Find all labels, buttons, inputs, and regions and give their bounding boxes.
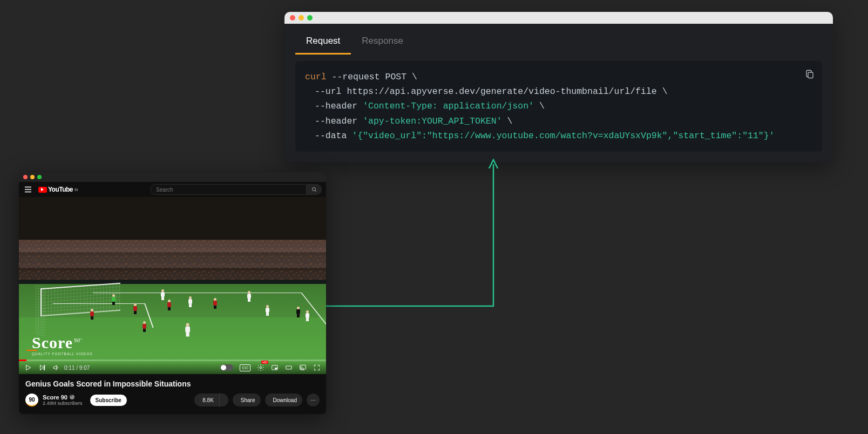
player-defender [90,309,95,320]
player-defender [212,298,218,309]
code-string: '{"video_url":"https://www.youtube.com/w… [352,131,774,141]
cast-icon[interactable] [299,364,307,371]
timecode: 0:11 / 9:07 [64,365,90,371]
share-label: Share [241,397,255,403]
player-attacker [184,323,191,337]
six-yard-line [53,303,153,328]
api-tabs: Request Response [284,24,833,55]
youtube-logo[interactable]: YouTube IN [38,186,78,193]
goalkeeper [111,294,117,305]
minimize-icon[interactable] [299,15,304,21]
player-attacker [265,305,270,316]
theater-icon[interactable] [285,364,293,371]
code-line-4: --header 'apy-token:YOUR_API_TOKEN' \ [305,114,812,128]
fullscreen-icon[interactable] [313,364,321,371]
code-value: POST [385,72,407,82]
copy-icon[interactable] [805,69,815,79]
code-backslash: \ [539,101,545,111]
play-icon[interactable] [24,364,32,371]
player-attacker [188,296,193,307]
logo-region: IN [74,188,78,192]
download-label: Download [273,397,297,403]
download-button[interactable]: Download [265,394,302,406]
video-title: Genius Goals Scored in Impossible Situat… [25,379,320,388]
hamburger-icon[interactable] [23,185,33,194]
video-actions: 8.8K Share Download ⋯ [194,394,320,406]
code-line-5: --data '{"video_url":"https://www.youtub… [305,128,812,143]
search-bar [150,184,322,195]
search-button[interactable] [307,184,322,195]
player-defender [142,321,147,332]
player-attacker [160,289,166,300]
miniplayer-icon[interactable] [271,364,279,371]
player-attacker [246,291,252,302]
code-line-2: --url https://api.apyverse.dev/generate/… [305,84,812,99]
player-controls: 0:11 / 9:07 CC HD [19,361,326,374]
player-defender [133,303,138,314]
share-button[interactable]: Share [233,394,261,406]
code-string: 'apy-token:YOUR_API_TOKEN' [363,116,501,126]
code-line-1: curl --request POST \ [305,70,812,84]
code-flag: --request [332,72,380,82]
verified-icon [70,395,74,399]
maximize-icon[interactable] [37,175,42,179]
like-count: 8.8K [202,397,214,403]
svg-rect-6 [300,365,306,369]
svg-rect-0 [808,72,813,78]
hd-badge: HD [261,361,268,364]
code-backslash: \ [412,72,417,82]
logo-text: YouTube [48,186,73,193]
youtube-window: YouTube IN Score90' [19,172,326,414]
code-flag: --header [315,116,357,126]
minimize-icon[interactable] [30,175,35,179]
referee [295,307,301,317]
search-input[interactable] [150,184,307,195]
subscribe-button[interactable]: Subscribe [90,395,127,406]
api-request-window: Request Response curl --request POST \ -… [284,12,833,162]
play-icon [38,187,47,193]
video-meta: Genius Goals Scored in Impossible Situat… [19,374,326,414]
player-attacker [304,310,310,321]
more-button[interactable]: ⋯ [307,394,320,406]
autoplay-toggle[interactable] [220,364,233,371]
code-cmd: curl [305,72,327,82]
code-flag: --url [315,86,342,97]
watermark-brand: Score90' [32,334,93,352]
svg-rect-4 [275,368,277,369]
like-button[interactable]: 8.8K [194,394,220,406]
channel-info: Score 90 2.49M subscribers [43,394,83,406]
captions-icon[interactable]: CC [240,364,250,371]
code-value: https://api.apyverse.dev/generate/video-… [347,86,656,97]
dislike-button[interactable] [220,394,228,406]
channel-row: 90 Score 90 2.49M subscribers Subscribe … [25,394,320,406]
svg-point-2 [260,367,262,369]
tab-response[interactable]: Response [351,31,414,55]
code-block: curl --request POST \ --url https://api.… [295,61,822,152]
ad-banner [19,280,326,284]
channel-name[interactable]: Score 90 [43,394,83,401]
channel-avatar[interactable]: 90 [25,394,38,406]
tab-request[interactable]: Request [295,31,351,55]
code-backslash: \ [507,116,512,126]
next-icon[interactable] [38,364,46,371]
crowd [19,240,326,280]
video-player[interactable]: Score90' QUALITY FOOTBALL VIDEOS 0:11 / … [19,197,326,374]
connector-arrow [326,158,504,314]
player-defender [166,300,172,310]
close-icon[interactable] [23,175,28,179]
code-string: 'Content-Type: application/json' [363,101,534,111]
maximize-icon[interactable] [307,15,313,21]
channel-watermark: Score90' QUALITY FOOTBALL VIDEOS [32,334,93,356]
window-titlebar [19,172,326,182]
settings-icon[interactable]: HD [257,364,265,371]
close-icon[interactable] [290,15,295,21]
volume-icon[interactable] [52,364,60,371]
svg-rect-5 [286,366,292,369]
window-titlebar [284,12,833,24]
code-flag: --data [315,131,347,141]
youtube-header: YouTube IN [19,182,326,197]
code-flag: --header [315,101,357,111]
subscriber-count: 2.49M subscribers [43,401,83,406]
code-line-3: --header 'Content-Type: application/json… [305,99,812,113]
code-backslash: \ [662,86,668,97]
